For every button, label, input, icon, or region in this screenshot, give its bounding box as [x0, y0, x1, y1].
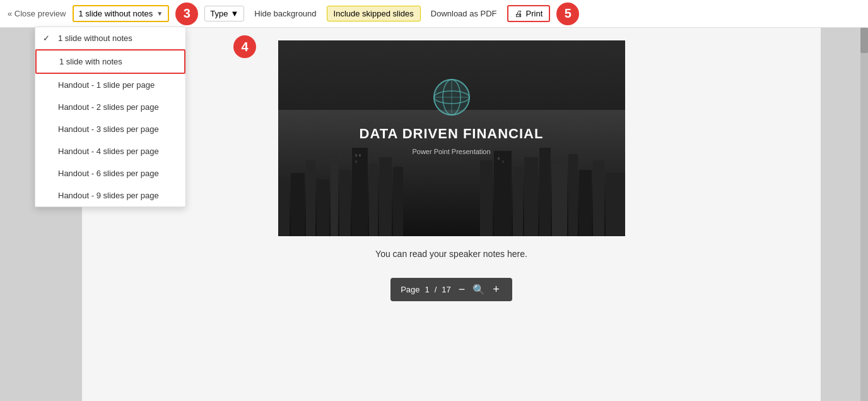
badge-4: 4: [233, 35, 256, 58]
svg-rect-1: [278, 186, 290, 236]
next-page-button[interactable]: +: [490, 283, 502, 296]
badge-3: 3: [175, 3, 198, 25]
include-skipped-button[interactable]: Include skipped slides: [327, 6, 421, 21]
speaker-notes: You can read your speaker notes here.: [375, 249, 527, 259]
svg-rect-17: [568, 154, 578, 236]
svg-rect-14: [524, 157, 538, 236]
svg-rect-24: [498, 157, 500, 160]
svg-rect-11: [480, 160, 493, 236]
svg-rect-25: [502, 160, 504, 163]
svg-rect-3: [306, 160, 315, 236]
scrollbar-thumb[interactable]: [860, 28, 868, 53]
toolbar: « Close preview 1 slide without notes ▼ …: [0, 0, 868, 28]
slide-preview: DATA DRIVEN FINANCIAL Power Point Presen…: [278, 40, 625, 236]
chevron-down-icon: ▼: [156, 10, 163, 17]
layout-type-label: Type: [210, 9, 228, 18]
slide-logo: [433, 78, 471, 116]
svg-rect-12: [494, 151, 512, 236]
scrollbar[interactable]: [860, 28, 868, 401]
dropdown-item-with-notes[interactable]: 1 slide with notes: [35, 49, 185, 74]
total-pages: 17: [442, 285, 450, 294]
badge-5: 5: [556, 3, 579, 25]
svg-rect-5: [331, 154, 338, 236]
svg-rect-6: [339, 170, 351, 236]
svg-rect-7: [352, 148, 368, 236]
svg-rect-4: [317, 179, 329, 236]
dropdown-item-handout-6[interactable]: Handout - 6 slides per page: [35, 162, 185, 184]
page-label: Page: [401, 285, 419, 294]
dropdown-item-handout-2[interactable]: Handout - 2 slides per page: [35, 96, 185, 118]
current-page: 1: [425, 285, 430, 294]
svg-rect-19: [593, 160, 604, 236]
dropdown-item-handout-1[interactable]: Handout - 1 slide per page: [35, 74, 185, 96]
dropdown-item-without-notes[interactable]: 1 slide without notes: [35, 27, 185, 49]
svg-rect-9: [379, 157, 392, 236]
layout-dropdown[interactable]: 1 slide without notes ▼: [73, 5, 170, 22]
svg-rect-23: [355, 160, 357, 163]
prev-page-button[interactable]: −: [456, 283, 468, 296]
dropdown-item-handout-4[interactable]: Handout - 4 slides per page: [35, 140, 185, 162]
dropdown-item-handout-3[interactable]: Handout - 3 slides per page: [35, 118, 185, 140]
layout-type-button[interactable]: Type ▼: [204, 6, 244, 21]
svg-rect-21: [355, 154, 357, 157]
layout-dropdown-menu: 1 slide without notes 1 slide with notes…: [35, 27, 186, 207]
right-sidebar: [821, 28, 868, 401]
svg-rect-2: [291, 173, 305, 236]
print-button[interactable]: 🖨 Print: [507, 5, 551, 22]
svg-rect-13: [513, 167, 523, 236]
slide-subtitle: Power Point Presentation: [412, 148, 490, 155]
printer-icon: 🖨: [515, 9, 523, 18]
download-pdf-button[interactable]: Download as PDF: [427, 6, 501, 21]
center-content: DATA DRIVEN FINANCIAL Power Point Presen…: [82, 28, 821, 401]
svg-rect-20: [606, 173, 625, 236]
slide-title: DATA DRIVEN FINANCIAL: [360, 126, 544, 142]
svg-rect-15: [539, 148, 551, 236]
close-preview-button[interactable]: « Close preview: [8, 9, 66, 18]
chevron-down-icon: ▼: [230, 9, 238, 18]
svg-rect-10: [393, 167, 403, 236]
hide-background-button[interactable]: Hide background: [250, 6, 320, 21]
svg-rect-18: [579, 170, 592, 236]
layout-dropdown-label: 1 slide without notes: [79, 9, 153, 18]
dropdown-item-handout-9[interactable]: Handout - 9 slides per page: [35, 184, 185, 206]
svg-rect-8: [369, 164, 378, 236]
zoom-icon[interactable]: 🔍: [472, 284, 485, 296]
page-controls: Page 1 / 17 − 🔍 +: [390, 278, 512, 301]
page-separator: /: [435, 285, 437, 294]
svg-rect-16: [552, 164, 567, 236]
svg-rect-22: [359, 154, 361, 157]
